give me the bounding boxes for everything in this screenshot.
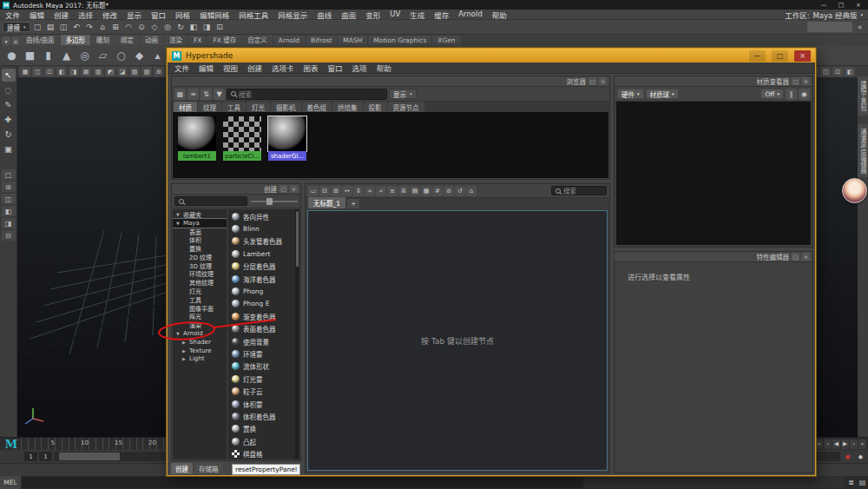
poly-cone-icon[interactable]: ▲ [58, 47, 75, 63]
scrollbar[interactable] [295, 209, 299, 459]
category-item[interactable]: ▼ Arnold [173, 329, 227, 338]
graph-tool-icon[interactable]: ⊟ [319, 186, 330, 196]
viewport-bar-icon[interactable]: ◫ [32, 67, 43, 76]
layout-four-pane-button[interactable]: ⊞ [2, 182, 16, 192]
menu-item[interactable]: 编辑 [30, 10, 44, 20]
maximize-button[interactable]: □ [772, 50, 788, 62]
node-list-item[interactable]: Lambert [228, 248, 299, 260]
node-list-item[interactable]: 各向异性 [228, 210, 299, 222]
material-preview-area[interactable] [616, 102, 811, 245]
menu-item[interactable]: 编辑网格 [200, 10, 229, 20]
environment-dropdown[interactable]: Off ▾ [760, 89, 784, 99]
expand-arrow-icon[interactable]: ▶ [182, 340, 187, 345]
particleCl...[interactable]: particleCl... [223, 116, 261, 161]
poly-plane-icon[interactable]: ▱ [95, 47, 111, 63]
animation-preferences-icon[interactable]: ◆ [855, 451, 866, 462]
new-scene-icon[interactable]: ▢ [32, 22, 43, 33]
script-editor-icon[interactable]: ≣ [845, 476, 857, 489]
minimize-button[interactable]: — [817, 0, 831, 10]
shelf-tab[interactable]: 动画 [140, 35, 163, 45]
sidebar-toggle-icon[interactable]: « [854, 22, 865, 33]
menu-item[interactable]: 窗口 [328, 63, 343, 73]
snapshot-icon[interactable]: ◉ [799, 89, 810, 100]
poly-torus-icon[interactable]: ◎ [76, 47, 93, 63]
shelf-tab-selector-icon[interactable]: ▾ [2, 36, 10, 45]
graph-tool-icon[interactable]: ∝ [376, 186, 386, 196]
undo-icon[interactable]: ↶ [71, 22, 82, 33]
range-start-field[interactable]: 1 [24, 452, 37, 461]
select-tool[interactable]: ↖ [2, 69, 16, 82]
shelf-tab[interactable]: 曲线/曲面 [21, 35, 60, 45]
shelf-tab[interactable]: 渲染 [164, 35, 187, 45]
render-current-frame-icon[interactable]: ◧ [188, 22, 200, 33]
category-item[interactable]: 体积 [173, 235, 227, 244]
node-list-item[interactable]: 置换 [228, 423, 299, 435]
input-field[interactable] [807, 22, 852, 32]
pause-icon[interactable]: ∥ [786, 89, 797, 100]
close-panel-icon[interactable]: × [290, 185, 298, 193]
workspace-selector[interactable]: 工作区: Maya 经典版 ▾ [785, 10, 863, 20]
shelf-tab[interactable]: 多边形 [61, 35, 91, 45]
sort-icon[interactable]: ⇅ [201, 89, 212, 100]
shelf-tab[interactable]: XGen [432, 36, 460, 45]
search-input[interactable] [174, 196, 247, 206]
filter-icon[interactable]: ▼ [214, 89, 225, 100]
category-item[interactable]: 环境纹理 [173, 270, 227, 279]
category-item[interactable]: 2D 纹理 [173, 253, 227, 261]
viewport-bar-icon[interactable]: ▨ [141, 67, 152, 76]
graph-tool-icon[interactable]: ↺ [455, 186, 465, 196]
lambert1[interactable]: lambert1 [178, 116, 216, 161]
menu-item[interactable]: UV [390, 10, 400, 20]
float-panel-icon[interactable]: □ [589, 77, 596, 85]
menu-item[interactable]: 文件 [5, 10, 20, 20]
node-list-item[interactable]: 凸起 [228, 435, 299, 447]
node-list-item[interactable]: 头发管着色器 [228, 235, 299, 248]
menu-item[interactable]: 缓存 [434, 10, 449, 20]
menu-item[interactable]: 帮助 [377, 63, 391, 73]
category-item[interactable]: ▶ Light [173, 355, 227, 364]
graph-tool-icon[interactable]: ∞ [365, 186, 375, 196]
graph-tool-icon[interactable]: ▤ [410, 186, 420, 196]
viewport-bar-icon[interactable]: ▥ [93, 67, 103, 76]
viewport-bar-icon[interactable]: ▦ [20, 67, 30, 76]
menu-item[interactable]: 曲线 [317, 10, 332, 20]
scrollbar-thumb[interactable] [296, 211, 299, 267]
node-list-item[interactable]: 环境雾 [228, 347, 299, 360]
category-item[interactable]: ▶ Shader [173, 338, 227, 347]
menu-item[interactable]: 视图 [223, 63, 238, 73]
close-panel-icon[interactable]: × [599, 77, 607, 85]
node-list-item[interactable]: Blinn [228, 222, 299, 235]
rotate-tool[interactable]: ↻ [2, 128, 16, 141]
expand-arrow-icon[interactable]: ▼ [176, 331, 181, 336]
close-panel-icon[interactable]: × [802, 77, 810, 85]
graph-tool-icon[interactable]: ≣ [398, 186, 409, 196]
shelf-tab[interactable]: 雕刻 [91, 35, 115, 45]
shelf-tab[interactable]: Arnold [273, 36, 305, 45]
float-panel-icon[interactable]: □ [792, 253, 799, 261]
command-language-label[interactable]: MEL [0, 476, 21, 489]
poly-disc-icon[interactable]: ○ [113, 47, 129, 63]
viewport-bar-icon[interactable]: ◧ [56, 67, 67, 76]
sidebar-tab[interactable]: 通道盒/层编辑器 [858, 124, 868, 177]
command-input[interactable] [22, 477, 582, 488]
range-handle[interactable] [59, 453, 120, 460]
poly-platonic-icon[interactable]: ◆ [131, 47, 148, 63]
hypershade-title-bar[interactable]: M Hypershade — □ × [168, 49, 815, 63]
category-item[interactable]: 工具 [173, 295, 227, 304]
node-list-item[interactable]: 渐变着色器 [228, 310, 299, 322]
snap-to-curve-icon[interactable]: ◠ [123, 22, 135, 33]
construction-history-icon[interactable]: ↻ [175, 22, 187, 33]
shelf-tab[interactable]: MASH [338, 36, 367, 45]
browser-tab[interactable]: 纹理 [198, 102, 221, 112]
menu-item[interactable]: 显示 [127, 10, 141, 20]
menu-item[interactable]: 创建 [247, 63, 262, 73]
menu-item[interactable]: 网格工具 [239, 10, 268, 20]
shelf-tab[interactable]: FX [188, 36, 207, 45]
shelf-tab[interactable]: FX 缓存 [207, 35, 241, 45]
graph-tool-icon[interactable]: ⊘ [444, 186, 454, 196]
poly-cube-icon[interactable]: ■ [22, 47, 38, 63]
category-item[interactable]: 3D 纹理 [173, 261, 227, 270]
node-graph-canvas[interactable]: 按 Tab 键以创建节点 [307, 210, 608, 471]
work-area-tab[interactable]: 无标题_1 [308, 197, 345, 208]
category-item[interactable]: 灯光 [173, 287, 227, 295]
